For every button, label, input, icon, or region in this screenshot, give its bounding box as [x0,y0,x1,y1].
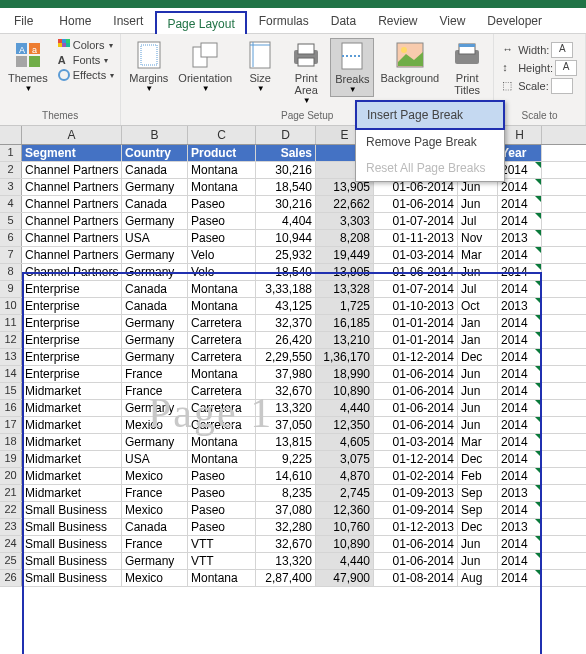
cell[interactable]: Sep [458,485,498,501]
cell[interactable]: 01-06-2014 [374,536,458,552]
cell[interactable]: Germany [122,434,188,450]
tab-review[interactable]: Review [368,10,427,33]
remove-page-break-item[interactable]: Remove Page Break [356,129,504,155]
row-header[interactable]: 11 [0,315,22,331]
height-row[interactable]: ↕Height:A [502,60,577,76]
cell[interactable]: Mexico [122,502,188,518]
cell[interactable]: Small Business [22,519,122,535]
row-header[interactable]: 5 [0,213,22,229]
cell[interactable]: 16,185 [316,315,374,331]
orientation-button[interactable]: Orientation▼ [174,38,236,95]
select-all-triangle[interactable] [0,126,22,144]
width-row[interactable]: ↔Width:A [502,42,577,58]
cell[interactable]: 2,745 [316,485,374,501]
size-button[interactable]: Size▼ [238,38,282,95]
cell[interactable]: Canada [122,162,188,178]
cell[interactable]: Sales [256,145,316,161]
row-header[interactable]: 13 [0,349,22,365]
cell[interactable]: France [122,366,188,382]
cell[interactable]: 01-06-2014 [374,366,458,382]
cell[interactable]: 2014 [498,332,542,348]
cell[interactable]: 2014 [498,417,542,433]
cell[interactable]: 30,216 [256,196,316,212]
cell[interactable]: Jun [458,264,498,280]
row-header[interactable]: 24 [0,536,22,552]
cell[interactable]: 13,210 [316,332,374,348]
cell[interactable]: Small Business [22,553,122,569]
cell[interactable]: Channel Partners [22,179,122,195]
row-header[interactable]: 4 [0,196,22,212]
cell[interactable]: Country [122,145,188,161]
cell[interactable]: 2013 [498,485,542,501]
cell[interactable]: Montana [188,434,256,450]
cell[interactable]: Jun [458,366,498,382]
cell[interactable]: 37,080 [256,502,316,518]
row-header[interactable]: 9 [0,281,22,297]
row-header[interactable]: 7 [0,247,22,263]
cell[interactable]: 25,932 [256,247,316,263]
cell[interactable]: Channel Partners [22,247,122,263]
cell[interactable]: Canada [122,298,188,314]
cell[interactable]: Montana [188,179,256,195]
cell[interactable]: Enterprise [22,366,122,382]
cell[interactable]: Canada [122,196,188,212]
cell[interactable]: Jun [458,383,498,399]
cell[interactable]: Enterprise [22,332,122,348]
cell[interactable]: 2014 [498,502,542,518]
cell[interactable]: Channel Partners [22,196,122,212]
cell[interactable]: 01-06-2014 [374,400,458,416]
tab-data[interactable]: Data [321,10,366,33]
row-header[interactable]: 1 [0,145,22,161]
cell[interactable]: 19,449 [316,247,374,263]
column-header-A[interactable]: A [22,126,122,144]
cell[interactable]: 32,670 [256,536,316,552]
cell[interactable]: Jun [458,417,498,433]
cell[interactable]: Germany [122,315,188,331]
cell[interactable]: 4,440 [316,553,374,569]
cell[interactable]: USA [122,230,188,246]
cell[interactable]: Velo [188,247,256,263]
row-header[interactable]: 10 [0,298,22,314]
cell[interactable]: Enterprise [22,349,122,365]
row-header[interactable]: 12 [0,332,22,348]
cell[interactable]: 30,216 [256,162,316,178]
cell[interactable]: Midmarket [22,434,122,450]
cell[interactable]: 2014 [498,570,542,586]
reset-page-breaks-item[interactable]: Reset All Page Breaks [356,155,504,181]
cell[interactable]: 01-12-2014 [374,349,458,365]
cell[interactable]: 01-06-2014 [374,383,458,399]
cell[interactable]: 2014 [498,349,542,365]
row-header[interactable]: 18 [0,434,22,450]
cell[interactable]: Germany [122,349,188,365]
column-header-D[interactable]: D [256,126,316,144]
cell[interactable]: Segment [22,145,122,161]
row-header[interactable]: 19 [0,451,22,467]
cell[interactable]: Aug [458,570,498,586]
cell[interactable]: 43,125 [256,298,316,314]
fonts-button[interactable]: AFonts ▾ [56,53,116,67]
column-header-B[interactable]: B [122,126,188,144]
cell[interactable]: 01-03-2014 [374,247,458,263]
cell[interactable]: 01-03-2014 [374,434,458,450]
cell[interactable]: 13,320 [256,553,316,569]
cell[interactable]: 01-11-2013 [374,230,458,246]
cell[interactable]: 2013 [498,298,542,314]
cell[interactable]: Jan [458,315,498,331]
cell[interactable]: Jul [458,213,498,229]
cell[interactable]: Jan [458,332,498,348]
cell[interactable]: Paseo [188,468,256,484]
cell[interactable]: 01-10-2013 [374,298,458,314]
cell[interactable]: VTT [188,553,256,569]
cell[interactable]: 2014 [498,383,542,399]
cell[interactable]: 01-12-2014 [374,451,458,467]
cell[interactable]: 3,303 [316,213,374,229]
cell[interactable]: Paseo [188,485,256,501]
cell[interactable]: Enterprise [22,315,122,331]
cell[interactable]: Dec [458,519,498,535]
themes-button[interactable]: Aa Themes ▼ [4,38,52,95]
cell[interactable]: Carretera [188,349,256,365]
cell[interactable]: Carretera [188,315,256,331]
tab-home[interactable]: Home [49,10,101,33]
cell[interactable]: Carretera [188,400,256,416]
cell[interactable]: 1,36,170 [316,349,374,365]
